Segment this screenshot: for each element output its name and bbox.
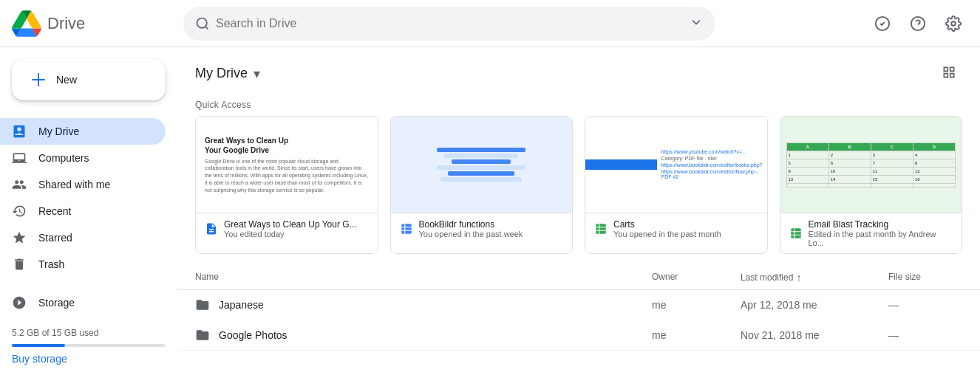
sheets-green-icon: [594, 222, 608, 235]
card-3-info: Carts You opened in the past month: [585, 213, 767, 244]
star-icon: [12, 230, 27, 245]
search-bar[interactable]: [183, 7, 715, 41]
svg-point-0: [197, 18, 207, 27]
quick-card-1[interactable]: Great Ways to Clean UpYour Google Drive …: [195, 116, 378, 254]
sidebar-item-starred-label: Starred: [38, 232, 72, 244]
card-2-file-info: BookBildr functions You opened in the pa…: [419, 219, 564, 238]
folder-icon-japanese: [195, 297, 210, 312]
file-row-name-japanese: Japanese: [195, 297, 652, 312]
card-1-date: You edited today: [224, 230, 369, 238]
header-actions: [868, 9, 968, 38]
search-dropdown-icon[interactable]: [689, 15, 704, 32]
col-size-header: File size: [888, 272, 962, 283]
svg-point-5: [951, 21, 956, 26]
card-3-name: Carts: [613, 219, 758, 230]
storage-fill: [12, 344, 65, 347]
card-1-name: Great Ways to Clean Up Your G...: [224, 219, 369, 230]
file-row-name-photos: Google Photos: [195, 328, 652, 343]
app-body: New My Drive Computers Shared with me: [0, 47, 980, 375]
grid-view-button[interactable]: [936, 59, 962, 88]
card-4-name: Email Blast Tracking: [809, 219, 953, 230]
file-modified-photos: Nov 21, 2018 me: [741, 329, 888, 341]
trash-icon: [12, 257, 27, 272]
file-modified-japanese: Apr 12, 2018 me: [741, 299, 888, 311]
sidebar-nav: My Drive Computers Shared with me Recent: [0, 118, 177, 278]
drive-icon: [12, 124, 27, 139]
new-button[interactable]: New: [12, 59, 166, 100]
sidebar: New My Drive Computers Shared with me: [0, 47, 177, 375]
main-header: My Drive ▾: [177, 47, 980, 94]
col-modified-header: Last modified ↑: [741, 272, 888, 283]
drive-title: My Drive ▾: [195, 66, 260, 82]
storage-icon: [12, 295, 27, 310]
sort-arrow-icon: ↑: [796, 272, 801, 283]
quick-card-3[interactable]: https://www.youtube.com/watch?v=... Cate…: [585, 116, 768, 254]
logo-text: Drive: [47, 14, 85, 33]
table-row[interactable]: Google Photos me Nov 21, 2018 me —: [177, 320, 980, 351]
card-2-name: BookBildr functions: [419, 219, 564, 230]
card-1-preview-text: Google Drive is one of the most popular …: [205, 158, 369, 194]
account-circle-button[interactable]: [868, 9, 897, 38]
drive-title-chevron-icon[interactable]: ▾: [253, 66, 260, 82]
svg-rect-6: [401, 224, 412, 234]
computer-icon: [12, 151, 27, 165]
col-owner-header: Owner: [652, 272, 741, 283]
sheets-green-icon-2: [789, 227, 803, 240]
card-4-date: Edited in the past month by Andrew Lo...: [809, 230, 953, 247]
card-4-preview: A B C D 1234 5678 9101112 13141516: [780, 117, 962, 213]
sidebar-item-my-drive[interactable]: My Drive: [0, 118, 166, 145]
app-header: Drive: [0, 0, 980, 47]
storage-label: 5.2 GB of 15 GB used: [12, 328, 166, 338]
file-size-japanese: —: [888, 299, 962, 311]
quick-card-2[interactable]: BookBildr functions You opened in the pa…: [390, 116, 574, 254]
file-name-japanese: Japanese: [219, 299, 264, 311]
quick-access-label: Quick Access: [177, 94, 980, 116]
sidebar-item-computers[interactable]: Computers: [0, 145, 166, 171]
file-owner-japanese: me: [652, 299, 741, 311]
logo: Drive: [12, 9, 174, 38]
sidebar-item-recent[interactable]: Recent: [0, 198, 166, 224]
word-icon: [205, 222, 218, 235]
sidebar-item-trash[interactable]: Trash: [0, 251, 166, 278]
file-size-photos: —: [888, 329, 962, 341]
card-2-date: You opened in the past week: [419, 230, 564, 238]
svg-rect-10: [596, 224, 606, 234]
file-owner-photos: me: [652, 329, 741, 341]
drive-logo-icon: [12, 9, 41, 38]
file-list-header: Name Owner Last modified ↑ File size: [177, 266, 980, 290]
sidebar-item-shared-with-me[interactable]: Shared with me: [0, 171, 166, 198]
settings-button[interactable]: [939, 9, 968, 38]
card-2-preview: [391, 117, 573, 213]
plus-icon: [30, 71, 47, 89]
svg-line-1: [205, 26, 208, 29]
card-2-info: BookBildr functions You opened in the pa…: [391, 213, 573, 244]
help-button[interactable]: [903, 9, 933, 38]
search-input[interactable]: [216, 17, 683, 30]
card-3-date: You opened in the past month: [613, 230, 758, 238]
card-4-info: Email Blast Tracking Edited in the past …: [780, 213, 962, 253]
sidebar-item-recent-label: Recent: [38, 205, 71, 217]
sidebar-item-my-drive-label: My Drive: [38, 125, 79, 137]
card-4-file-info: Email Blast Tracking Edited in the past …: [809, 219, 953, 247]
card-3-preview: https://www.youtube.com/watch?v=... Cate…: [585, 117, 767, 213]
search-icon: [195, 16, 210, 31]
card-1-info: Great Ways to Clean Up Your G... You edi…: [196, 213, 378, 244]
file-list: Name Owner Last modified ↑ File size Jap…: [177, 266, 980, 375]
svg-rect-14: [791, 228, 801, 238]
col-name-header: Name: [195, 272, 652, 283]
quick-card-4[interactable]: A B C D 1234 5678 9101112 13141516: [780, 116, 963, 254]
card-1-file-info: Great Ways to Clean Up Your G... You edi…: [224, 219, 369, 238]
file-name-photos: Google Photos: [219, 329, 287, 341]
sidebar-item-starred[interactable]: Starred: [0, 224, 166, 251]
new-button-label: New: [56, 74, 77, 86]
sidebar-item-storage[interactable]: Storage: [0, 289, 166, 316]
folder-icon-photos: [195, 328, 210, 343]
storage-section: 5.2 GB of 15 GB used Buy storage: [0, 316, 177, 375]
my-drive-title: My Drive: [195, 66, 248, 81]
main-content: My Drive ▾ Quick Access Great Ways to Cl…: [177, 47, 980, 375]
card-3-file-info: Carts You opened in the past month: [613, 219, 758, 238]
sidebar-item-trash-label: Trash: [38, 258, 64, 270]
card-1-preview-title: Great Ways to Clean UpYour Google Drive: [205, 136, 288, 155]
buy-storage-link[interactable]: Buy storage: [12, 353, 67, 365]
table-row[interactable]: Japanese me Apr 12, 2018 me —: [177, 290, 980, 320]
